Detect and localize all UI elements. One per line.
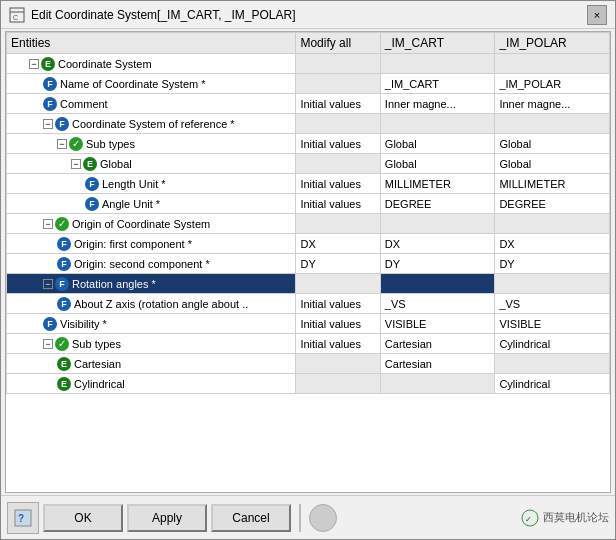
tree-toggle[interactable]: − xyxy=(43,279,53,289)
f-icon: F xyxy=(55,117,69,131)
entity-label: Name of Coordinate System * xyxy=(60,78,206,90)
e-icon: E xyxy=(83,157,97,171)
e-icon: E xyxy=(57,377,71,391)
table-row[interactable]: −ECoordinate System xyxy=(7,54,610,74)
polar-cell xyxy=(495,354,610,374)
f-icon: F xyxy=(85,197,99,211)
title-bar-left: C Edit Coordinate System[_IM_CART, _IM_P… xyxy=(9,7,296,23)
f-icon: F xyxy=(57,297,71,311)
table-row[interactable]: ECylindricalCylindrical xyxy=(7,374,610,394)
cart-cell: _VS xyxy=(380,294,495,314)
entity-cell: ECylindrical xyxy=(7,374,296,394)
entity-cell: FAbout Z axis (rotation angle about .. xyxy=(7,294,296,314)
table-row[interactable]: ECartesianCartesian xyxy=(7,354,610,374)
tree-toggle[interactable]: − xyxy=(57,139,67,149)
f-icon: F xyxy=(57,237,71,251)
table-row[interactable]: FOrigin: first component *DXDXDX xyxy=(7,234,610,254)
tree-toggle[interactable]: − xyxy=(71,159,81,169)
help-icon: ? xyxy=(13,508,33,528)
table-row[interactable]: FName of Coordinate System *_IM_CART_IM_… xyxy=(7,74,610,94)
table-row[interactable]: FVisibility *Initial valuesVISIBLEVISIBL… xyxy=(7,314,610,334)
entity-label: Visibility * xyxy=(60,318,107,330)
table-row[interactable]: −✓Sub typesInitial valuesGlobalGlobal xyxy=(7,134,610,154)
cart-cell: Global xyxy=(380,134,495,154)
check-icon: ✓ xyxy=(55,337,69,351)
ok-button[interactable]: OK xyxy=(43,504,123,532)
polar-cell: Global xyxy=(495,134,610,154)
cart-cell: DX xyxy=(380,234,495,254)
cart-cell: _IM_CART xyxy=(380,74,495,94)
entity-cell: −EGlobal xyxy=(7,154,296,174)
cart-cell: VISIBLE xyxy=(380,314,495,334)
cart-cell: MILLIMETER xyxy=(380,174,495,194)
cancel-button[interactable]: Cancel xyxy=(211,504,291,532)
cart-cell xyxy=(380,114,495,134)
table-row[interactable]: FAngle Unit *Initial valuesDEGREEDEGREE xyxy=(7,194,610,214)
entity-cell: −✓Sub types xyxy=(7,134,296,154)
modify-cell: DY xyxy=(296,254,380,274)
footer-separator xyxy=(299,504,301,532)
modify-cell xyxy=(296,214,380,234)
window-icon: C xyxy=(9,7,25,23)
entity-table-container[interactable]: Entities Modify all _IM_CART _IM_POLAR −… xyxy=(5,31,611,493)
polar-cell: Inner magne... xyxy=(495,94,610,114)
table-body: −ECoordinate SystemFName of Coordinate S… xyxy=(7,54,610,394)
f-icon: F xyxy=(43,77,57,91)
table-row[interactable]: −EGlobalGlobalGlobal xyxy=(7,154,610,174)
entity-label: Origin: first component * xyxy=(74,238,192,250)
entity-label: Global xyxy=(100,158,132,170)
entity-label: Angle Unit * xyxy=(102,198,160,210)
apply-button[interactable]: Apply xyxy=(127,504,207,532)
table-row[interactable]: FAbout Z axis (rotation angle about ..In… xyxy=(7,294,610,314)
modify-cell xyxy=(296,154,380,174)
close-button[interactable]: × xyxy=(587,5,607,25)
polar-cell xyxy=(495,54,610,74)
tree-toggle[interactable]: − xyxy=(43,119,53,129)
entity-cell: −FCoordinate System of reference * xyxy=(7,114,296,134)
modify-cell xyxy=(296,114,380,134)
table-row[interactable]: −✓Sub typesInitial valuesCartesianCylind… xyxy=(7,334,610,354)
table-row[interactable]: FCommentInitial valuesInner magne...Inne… xyxy=(7,94,610,114)
entity-label: Cylindrical xyxy=(74,378,125,390)
f-icon: F xyxy=(57,257,71,271)
entity-cell: −✓Sub types xyxy=(7,334,296,354)
modify-cell: DX xyxy=(296,234,380,254)
polar-cell: _IM_POLAR xyxy=(495,74,610,94)
modify-cell: Initial values xyxy=(296,194,380,214)
polar-cell: _VS xyxy=(495,294,610,314)
e-icon: E xyxy=(57,357,71,371)
main-window: C Edit Coordinate System[_IM_CART, _IM_P… xyxy=(0,0,616,540)
table-row[interactable]: −FRotation angles * xyxy=(7,274,610,294)
cart-cell: DY xyxy=(380,254,495,274)
modify-cell xyxy=(296,74,380,94)
footer-logo-area: ✓ 西莫电机论坛 xyxy=(521,509,609,527)
cart-cell xyxy=(380,274,495,294)
entity-cell: ECartesian xyxy=(7,354,296,374)
header-polar: _IM_POLAR xyxy=(495,33,610,54)
footer: ? OK Apply Cancel ✓ 西莫电机论坛 xyxy=(1,495,615,539)
tree-toggle[interactable]: − xyxy=(29,59,39,69)
check-icon: ✓ xyxy=(69,137,83,151)
tree-toggle[interactable]: − xyxy=(43,339,53,349)
entity-label: Coordinate System xyxy=(58,58,152,70)
header-cart: _IM_CART xyxy=(380,33,495,54)
logo-icon: ✓ xyxy=(521,509,539,527)
table-row[interactable]: FLength Unit *Initial valuesMILLIMETERMI… xyxy=(7,174,610,194)
modify-cell: Initial values xyxy=(296,174,380,194)
table-row[interactable]: −FCoordinate System of reference * xyxy=(7,114,610,134)
modify-cell: Initial values xyxy=(296,334,380,354)
tree-toggle[interactable]: − xyxy=(43,219,53,229)
entity-label: Length Unit * xyxy=(102,178,166,190)
entity-cell: FOrigin: second component * xyxy=(7,254,296,274)
cart-cell xyxy=(380,214,495,234)
modify-cell xyxy=(296,354,380,374)
entity-label: Rotation angles * xyxy=(72,278,156,290)
entity-label: Sub types xyxy=(72,338,121,350)
header-entities: Entities xyxy=(7,33,296,54)
status-circle xyxy=(309,504,337,532)
f-icon: F xyxy=(43,317,57,331)
polar-cell: Global xyxy=(495,154,610,174)
title-bar: C Edit Coordinate System[_IM_CART, _IM_P… xyxy=(1,1,615,29)
table-row[interactable]: −✓Origin of Coordinate System xyxy=(7,214,610,234)
table-row[interactable]: FOrigin: second component *DYDYDY xyxy=(7,254,610,274)
